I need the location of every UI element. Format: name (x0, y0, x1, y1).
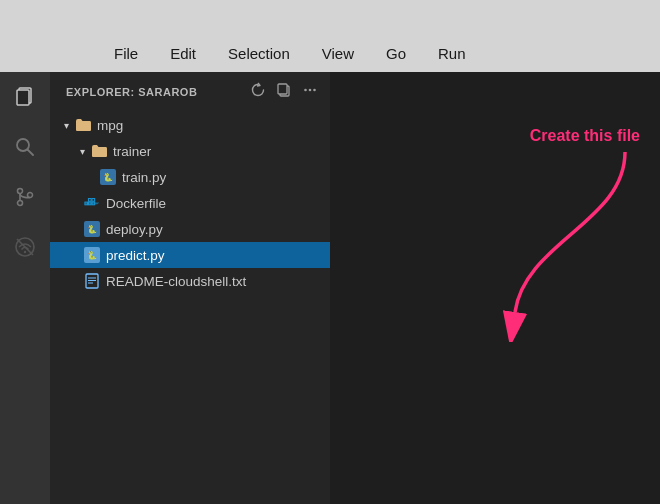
chevron-trainer: ▾ (74, 143, 90, 159)
deploy-py-label: deploy.py (106, 222, 163, 237)
menu-go[interactable]: Go (382, 43, 410, 64)
svg-rect-12 (278, 84, 287, 94)
svg-point-14 (309, 89, 312, 92)
menu-file[interactable]: File (110, 43, 142, 64)
svg-point-15 (313, 89, 316, 92)
docker-icon-file (84, 195, 100, 211)
python-icon-predict: 🐍 (84, 247, 100, 263)
mpg-label: mpg (97, 118, 123, 133)
python-icon-deploy: 🐍 (84, 221, 100, 237)
explorer-actions (250, 82, 318, 102)
tree-item-train-py[interactable]: 🐍 train.py (50, 164, 330, 190)
svg-rect-19 (88, 199, 91, 202)
file-tree: ▾ mpg ▾ trainer 🐍 (50, 112, 330, 504)
folder-trainer-icon (90, 142, 108, 160)
svg-point-4 (18, 189, 23, 194)
menu-run[interactable]: Run (434, 43, 470, 64)
train-py-label: train.py (122, 170, 166, 185)
explorer-header: EXPLORER: SARAROB (50, 72, 330, 112)
tree-item-trainer[interactable]: ▾ trainer (50, 138, 330, 164)
sidebar: EXPLORER: SARAROB (50, 72, 330, 504)
source-control-activity-icon[interactable] (10, 182, 40, 212)
editor-area: Create this file (330, 72, 660, 504)
folder-mpg-icon (74, 116, 92, 134)
menu-selection[interactable]: Selection (224, 43, 294, 64)
explorer-title: EXPLORER: SARAROB (66, 86, 197, 98)
tree-item-dockerfile[interactable]: Dockerfile (50, 190, 330, 216)
menu-view[interactable]: View (318, 43, 358, 64)
tree-item-mpg[interactable]: ▾ mpg (50, 112, 330, 138)
tree-item-readme[interactable]: README-cloudshell.txt (50, 268, 330, 294)
tree-item-deploy-py[interactable]: 🐍 deploy.py (50, 216, 330, 242)
remote-activity-icon[interactable] (10, 232, 40, 262)
menu-bar: File Edit Selection View Go Run (0, 0, 660, 72)
trainer-label: trainer (113, 144, 151, 159)
copy-icon[interactable] (276, 82, 292, 102)
svg-point-13 (304, 89, 307, 92)
refresh-icon[interactable] (250, 82, 266, 102)
activity-bar (0, 72, 50, 504)
search-activity-icon[interactable] (10, 132, 40, 162)
predict-py-label: predict.py (106, 248, 165, 263)
readme-label: README-cloudshell.txt (106, 274, 246, 289)
txt-icon-readme (84, 273, 100, 289)
dockerfile-label: Dockerfile (106, 196, 166, 211)
svg-point-10 (24, 251, 26, 253)
chevron-mpg: ▾ (58, 117, 74, 133)
more-icon[interactable] (302, 82, 318, 102)
svg-point-6 (28, 193, 33, 198)
svg-rect-20 (92, 199, 95, 202)
svg-point-5 (18, 201, 23, 206)
annotation-arrow (495, 142, 655, 342)
explorer-activity-icon[interactable] (10, 82, 40, 112)
svg-line-3 (28, 150, 34, 156)
main-area: EXPLORER: SARAROB (0, 72, 660, 504)
python-icon-train: 🐍 (100, 169, 116, 185)
tree-item-predict-py[interactable]: 🐍 predict.py (50, 242, 330, 268)
svg-rect-1 (17, 90, 29, 105)
menu-edit[interactable]: Edit (166, 43, 200, 64)
